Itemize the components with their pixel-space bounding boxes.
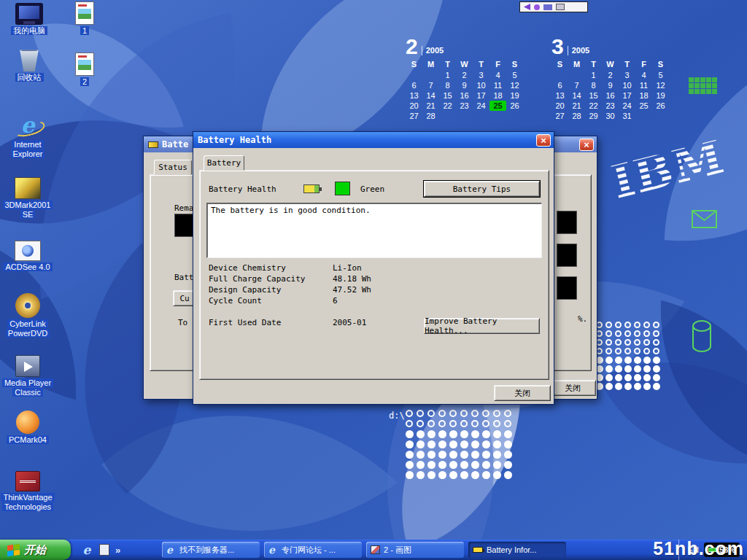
envelope-icon [692,210,718,229]
desktop-icon-media-player-classic[interactable]: Media Player Classic [0,355,55,397]
desktop-icon-3dmark2001[interactable]: 3DMark2001 SE [0,177,55,219]
quick-launch: e » [76,540,125,560]
icon-label: 2 [64,77,105,87]
desktop-icon-my-computer[interactable]: 我的电脑 [1,3,57,36]
ie-quick-launch-icon[interactable]: e [80,543,93,556]
task-label: 找不到服务器... [179,545,234,556]
quick-launch-overflow-chevron[interactable]: » [115,545,120,556]
start-button[interactable]: 开始 [0,540,71,560]
calendar-year: 2005 [422,46,444,55]
icon-label: 1 [64,26,105,36]
media-player-classic-icon [15,355,40,377]
calendar-march: 3 2005 SMTWTFS12345678910111213141516171… [551,36,671,121]
info-value: Li-Ion [333,263,362,273]
tab-battery[interactable]: Battery [204,155,244,171]
icon-label: ThinkVantage Technologies [0,493,55,512]
info-row-full-charge-capacity: Full Charge Capacity 48.18 Wh [209,274,544,284]
info-label: Design Capacity [209,285,333,295]
info-label: First Used Date [209,318,333,327]
info-row-design-capacity: Design Capacity 47.52 Wh [209,285,544,295]
language-indicator[interactable]: EN [688,545,699,554]
battery-icon [473,547,483,553]
battery-health-label: Battery Health [209,184,276,194]
dialog-titlebar[interactable]: Battery Health [193,132,554,148]
grid-decoration-icon [689,77,717,94]
window-title: Batte [162,139,188,149]
acdsee-icon [15,241,41,261]
task-label: 2 - 画图 [384,545,411,556]
icon-label: Media Player Classic [0,378,55,397]
task-forum[interactable]: e 专门网论坛 - ... [264,542,362,558]
close-window-button[interactable]: 关闭 [549,380,596,396]
info-label: Full Charge Capacity [209,274,333,284]
info-row-device-chemistry: Device Chemistry Li-Ion [209,263,544,273]
desktop-icon-thinkvantage[interactable]: ThinkVantage Technologies [0,471,55,512]
windows-logo-icon [7,543,20,556]
condition-textbox[interactable]: The battery is in good condition. [206,203,542,258]
desktop-icon-powerdvd[interactable]: CyberLink PowerDVD [0,293,55,338]
battery-percent: 58% [719,545,735,554]
my-computer-icon [15,3,43,25]
desktop-icon-pcmark04[interactable]: PCMark04 [0,411,55,445]
calendar-february: 2 2005 SMTWTFS12345678910111213141516171… [406,36,525,121]
battery-meter[interactable]: 58% [704,542,740,557]
jpg-file-icon [75,1,94,25]
calendar-header: 3 2005 [551,36,671,57]
top-tray[interactable] [519,1,588,12]
calendar-month-number: 3 [551,36,564,57]
battery-title-icon [148,141,158,148]
dialog-title: Battery Health [198,135,271,145]
dot-pattern-right [596,322,662,392]
cylinder-icon [692,319,712,354]
tray-speaker-icon[interactable] [524,4,530,10]
info-label: Cycle Count [209,296,333,306]
battery-gauge [557,211,577,234]
document-quick-launch-icon[interactable] [99,544,109,556]
info-value: 48.18 Wh [333,274,371,284]
desktop-icon-recycle-bin[interactable]: 回收站 [1,47,57,82]
desktop: 2 2005 SMTWTFS12345678910111213141516171… [0,0,747,540]
icon-label: Internet Explorer [0,140,55,159]
desktop-icon-jpg-1[interactable]: 1 [64,1,105,36]
3dmark-icon [15,177,41,199]
tab-status[interactable]: Status [154,160,192,175]
calendar-grid: SMTWTFS123456789101112131415161718192021… [551,60,669,121]
task-server-not-found[interactable]: e 找不到服务器... [162,542,260,558]
ie-icon: e [166,545,176,556]
desktop-icon-jpg-2[interactable]: 2 [64,52,105,87]
close-button[interactable] [579,139,594,151]
calendar-header: 2 2005 [406,36,525,57]
icon-label: 回收站 [1,73,57,82]
battery-tips-button[interactable]: Battery Tips [424,181,540,197]
battery-health-dialog: Battery Health Battery Battery Health Gr… [193,131,554,405]
battery-icon [303,184,320,193]
desktop-icon-internet-explorer[interactable]: e Internet Explorer [0,114,55,159]
info-row-cycle-count: Cycle Count 6 [209,296,544,306]
task-label: 专门网论坛 - ... [282,545,336,556]
tray-keyboard-icon[interactable] [556,4,565,10]
close-dialog-button[interactable]: 关闭 [494,385,551,401]
percent-label: %. [578,314,587,324]
battery-gauge [557,244,577,267]
battery-gauge [557,276,577,300]
thinkvantage-icon [15,471,40,491]
info-value: 2005-01 [333,318,366,327]
ie-icon: e [268,545,278,556]
jpg-file-icon [75,52,94,76]
info-value: 47.52 Wh [333,285,371,295]
icon-label: 我的电脑 [1,26,57,36]
info-label: Device Chemistry [209,263,333,273]
dot-pattern-bottom [406,410,515,481]
desktop-icon-acdsee[interactable]: ACDSee 4.0 [0,241,55,272]
task-battery-information[interactable]: Battery Infor... [468,542,566,558]
tray-volume-icon[interactable] [534,4,540,10]
dialog-body: Battery Battery Health Green Battery Tip… [193,148,554,405]
icon-label: ACDSee 4.0 [0,262,55,272]
task-paint[interactable]: 2 - 画图 [366,542,464,558]
taskbar: 开始 e » e 找不到服务器... e 专门网论坛 - ... 2 - 画图 … [0,540,747,560]
battery-tray-icon [708,548,716,552]
close-button[interactable] [536,134,551,147]
improve-battery-health-button[interactable]: Improve Battery Health... [424,318,540,334]
tray-tool-icon[interactable] [543,4,552,10]
system-tray: EN 58% [678,540,747,560]
